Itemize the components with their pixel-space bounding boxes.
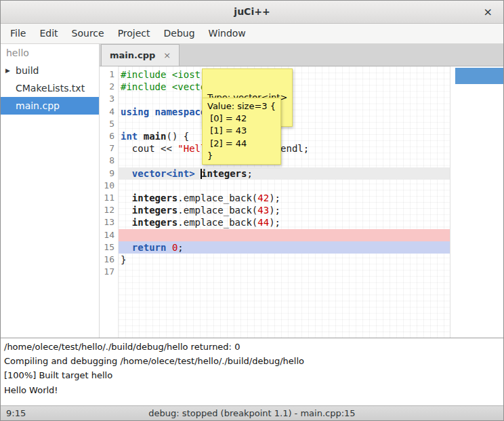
tree-item-label: build [1, 62, 99, 79]
menubar: FileEditSourceProjectDebugWindow [1, 24, 503, 44]
terminal-line: Hello World! [1, 383, 503, 397]
code-line-14[interactable] [121, 229, 503, 241]
code-token: vector<int> [132, 168, 195, 179]
tab-close-icon[interactable]: × [163, 50, 171, 60]
code-token: integers [132, 217, 177, 228]
titlebar[interactable]: juCi++ × [1, 1, 503, 24]
code-line-6[interactable]: int main() { [121, 130, 503, 142]
code-line-8[interactable] [121, 155, 503, 167]
code-line-10[interactable] [121, 180, 503, 192]
code-token [121, 217, 132, 228]
code-token: 43 [257, 205, 269, 216]
code-line-17[interactable] [121, 266, 503, 278]
code-token: .emplace_back( [177, 205, 257, 216]
code-line-13[interactable]: integers.emplace_back(44); [121, 216, 503, 228]
tree-item-build[interactable]: ▶build [1, 62, 99, 79]
code-token: return [132, 242, 167, 253]
code-line-1[interactable]: #include <iostream> [121, 68, 503, 81]
value-tooltip-line: } [207, 150, 276, 162]
terminal-line: /home/olece/test/hello/./build/debug/hel… [1, 340, 503, 354]
terminal-line: Compiling and debugging /home/olece/test… [1, 354, 503, 368]
value-tooltip-line: [0] = 42 [207, 113, 276, 125]
code-line-2[interactable]: #include <vector> [121, 81, 503, 93]
project-name: hello [1, 44, 99, 62]
menu-item-source[interactable]: Source [65, 24, 111, 43]
debug-status-text: debug: stopped (breakpoint 1.1) - main.c… [1, 406, 503, 420]
statusbar: 9:15 debug: stopped (breakpoint 1.1) - m… [1, 405, 503, 420]
tree-item-label: main.cpp [1, 97, 99, 115]
code-line-16[interactable]: } [121, 254, 503, 266]
code-token: integers [132, 193, 177, 203]
code-token [138, 131, 143, 142]
code-token [121, 193, 132, 203]
menu-item-file[interactable]: File [3, 24, 33, 43]
code-token: integers [201, 168, 247, 179]
code-token: ; [247, 168, 252, 179]
code-token: int [121, 131, 138, 142]
code-line-9[interactable]: vector<int> integers; [121, 167, 503, 180]
window-close-icon[interactable]: × [481, 1, 495, 23]
code-line-5[interactable] [121, 118, 503, 130]
code-layer[interactable]: #include <iostream>#include <vector>usin… [100, 66, 503, 338]
tree-item-cmakelists-txt[interactable]: CMakeLists.txt [1, 79, 99, 97]
menu-item-edit[interactable]: Edit [33, 24, 64, 43]
tab-main-cpp[interactable]: main.cpp × [101, 44, 180, 66]
window-title: juCi++ [1, 1, 503, 23]
code-token: integers [132, 205, 177, 216]
code-line-15[interactable]: return 0; [121, 241, 503, 254]
value-tooltip-line: [1] = 43 [207, 125, 276, 137]
code-token: ; [177, 242, 183, 253]
code-token: .emplace_back( [177, 217, 257, 228]
file-tree: ▶buildCMakeLists.txtmain.cpp [1, 62, 99, 115]
code-token: cout << [121, 143, 177, 154]
value-tooltip: Value: size=3 { [0] = 42 [1] = 43 [2] = … [202, 98, 281, 165]
code-editor[interactable]: 1234567891011121314151617 #include <iost… [100, 66, 503, 338]
code-token [121, 205, 132, 216]
code-token: 44 [257, 217, 269, 228]
value-tooltip-line: [2] = 44 [207, 138, 276, 150]
code-token [121, 168, 132, 179]
sidebar: hello ▶buildCMakeLists.txtmain.cpp [1, 44, 100, 338]
code-token: } [121, 254, 126, 265]
menu-item-project[interactable]: Project [111, 24, 157, 43]
code-line-4[interactable]: using namespace std; [121, 106, 503, 118]
tabbar: main.cpp × [100, 44, 503, 66]
code-token: using namespace [121, 106, 206, 117]
code-token: .emplace_back( [177, 193, 257, 203]
tab-label: main.cpp [110, 50, 155, 60]
terminal-output[interactable]: /home/olece/test/hello/./build/debug/hel… [1, 338, 503, 405]
app-window: juCi++ × FileEditSourceProjectDebugWindo… [0, 0, 504, 421]
menu-item-window[interactable]: Window [202, 24, 253, 43]
code-line-12[interactable]: integers.emplace_back(43); [121, 204, 503, 216]
code-token: ); [269, 193, 280, 203]
code-line-7[interactable]: cout << "Hello World!" << endl; [121, 142, 503, 155]
menu-item-debug[interactable]: Debug [157, 24, 202, 43]
code-token [166, 242, 171, 253]
expander-icon[interactable]: ▶ [5, 62, 10, 79]
code-token: () { [166, 131, 189, 142]
value-tooltip-line: Value: size=3 { [207, 100, 276, 113]
code-token: ); [269, 217, 280, 228]
tree-item-main-cpp[interactable]: main.cpp [1, 97, 99, 115]
terminal-line: [100%] Built target hello [1, 368, 503, 382]
code-line-3[interactable] [121, 93, 503, 105]
code-token: main [144, 131, 167, 142]
code-token [195, 168, 201, 179]
code-token: 42 [257, 193, 269, 203]
tree-item-label: CMakeLists.txt [1, 79, 99, 97]
scrollbar-thumb[interactable] [455, 68, 503, 84]
code-token [121, 242, 132, 253]
code-line-11[interactable]: integers.emplace_back(42); [121, 192, 503, 204]
code-token: ); [269, 205, 280, 216]
